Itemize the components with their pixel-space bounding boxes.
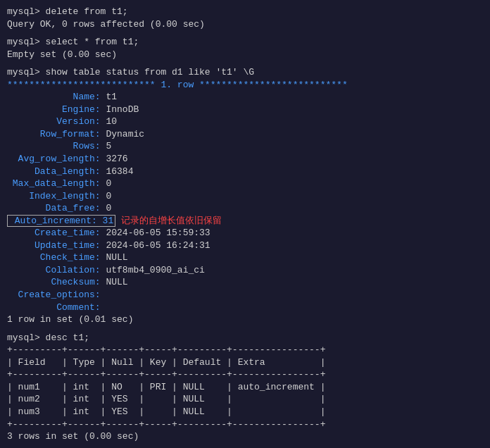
res2: Empty set (0.00 sec) [7,49,483,61]
res1: Query OK, 0 rows affected (0.00 sec) [7,18,483,31]
f8: Max_data_length: 0 [7,178,483,190]
f9: Index_length: 0 [7,190,483,203]
f14: Check_time: NULL [7,251,483,264]
f11: Auto_increment: 31 记录的自增长值依旧保留 [7,215,483,228]
star1: *************************** 1. row *****… [7,79,483,92]
f10: Data_free: 0 [7,202,483,215]
f7: Data_length: 16384 [7,166,483,178]
res4: 3 rows in set (0.00 sec) [7,430,483,443]
t4: | num1 | int | NO | PRI | NULL | auto_in… [7,381,483,394]
f12: Create_time: 2024-06-05 15:59:33 [7,227,483,239]
f6: Avg_row_length: 3276 [7,153,483,166]
f2: Engine: InnoDB [7,104,483,116]
f5: Rows: 5 [7,140,483,153]
t5: | num2 | int | YES | | NULL | | [7,393,483,406]
cmd1: mysql> delete from t1; [7,6,483,18]
terminal: mysql> delete from t1;Query OK, 0 rows a… [7,6,483,443]
f16: Checksum: NULL [7,276,483,289]
cmd3: mysql> show table status from d1 like 't… [7,66,483,79]
f15: Collation: utf8mb4_0900_ai_ci [7,264,483,277]
cmd4: mysql> desc t1; [7,332,483,344]
cmd2: mysql> select * from t1; [7,36,483,49]
f1: Name: t1 [7,91,483,104]
f17: Create_options: [7,289,483,301]
t3: +---------+------+------+-----+---------… [7,368,483,381]
blank3 [7,326,483,332]
blank2 [7,61,483,66]
f18: Comment: [7,301,483,314]
res3: 1 row in set (0.01 sec) [7,313,483,326]
blank1 [7,30,483,36]
f3: Version: 10 [7,116,483,128]
t6: | num3 | int | YES | | NULL | | [7,406,483,418]
t7: +---------+------+------+-----+---------… [7,418,483,431]
t1: +---------+------+------+-----+---------… [7,344,483,356]
f4: Row_format: Dynamic [7,128,483,141]
f13: Update_time: 2024-06-05 16:24:31 [7,239,483,252]
t2: | Field | Type | Null | Key | Default | … [7,356,483,369]
